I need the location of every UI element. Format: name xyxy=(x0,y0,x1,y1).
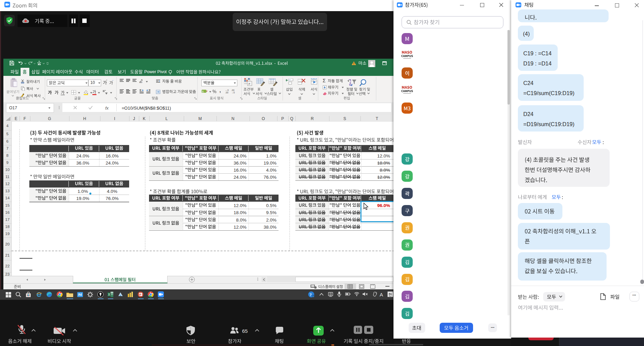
svg-text:X: X xyxy=(108,293,110,296)
svg-text:←0: ←0 xyxy=(225,89,229,91)
svg-text:→0: →0 xyxy=(231,91,235,93)
svg-text:ab: ab xyxy=(139,81,142,83)
svg-text:.00: .00 xyxy=(225,91,228,93)
svg-text:≠: ≠ xyxy=(248,82,251,86)
svg-text:.00: .00 xyxy=(231,89,234,91)
svg-text:P: P xyxy=(139,293,141,296)
svg-text:?: ? xyxy=(310,292,312,297)
svg-text:i: i xyxy=(313,295,313,297)
